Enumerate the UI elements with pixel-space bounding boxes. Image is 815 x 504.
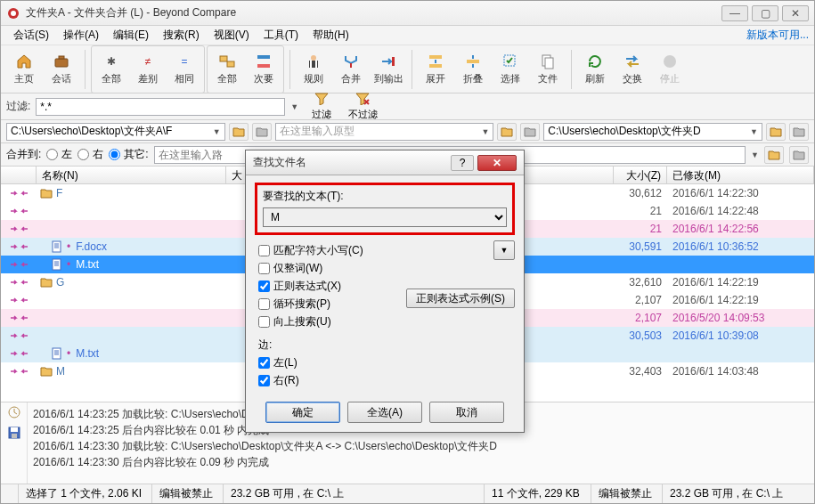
regex-examples-button[interactable]: 正则表达式示例(S) (406, 289, 515, 308)
mergeto-right-radio[interactable]: 右 (77, 147, 103, 162)
ok-button[interactable]: 确定 (265, 402, 340, 423)
right-history-button[interactable] (789, 123, 809, 141)
col-size-right[interactable]: 大小(Z) (614, 167, 667, 183)
new-version-link[interactable]: 新版本可用... (746, 28, 809, 43)
filter-input[interactable] (36, 98, 285, 116)
swap-icon (623, 53, 641, 70)
swap-button[interactable]: 交换 (615, 48, 650, 91)
svg-rect-26 (12, 434, 17, 438)
files-button[interactable]: 文件 (530, 48, 566, 91)
menu-edit[interactable]: 编辑(E) (106, 26, 156, 45)
minor-button[interactable]: 次要 (246, 48, 281, 91)
svg-point-8 (311, 55, 316, 61)
svg-rect-12 (392, 57, 395, 66)
close-button[interactable]: ✕ (782, 5, 809, 21)
center-history-button[interactable] (520, 123, 540, 141)
side-right-checkbox[interactable]: 右(R) (258, 373, 515, 388)
left-history-button[interactable] (252, 123, 272, 141)
matchcase-checkbox[interactable]: 匹配字符大小写(C) (258, 243, 406, 258)
expand-button[interactable]: 展开 (418, 48, 453, 91)
right-browse-button[interactable] (766, 123, 786, 141)
stop-button[interactable]: 停止 (652, 48, 688, 91)
minimize-button[interactable]: — (721, 5, 748, 21)
mergeto-other-radio[interactable]: 其它: (109, 147, 148, 162)
status-bar: 选择了 1 个文件, 2.06 KI 编辑被禁止 23.2 GB 可用 , 在 … (1, 484, 814, 503)
collapse-button[interactable]: 折叠 (455, 48, 491, 91)
svg-point-19 (664, 55, 676, 68)
rules-button[interactable]: 规则 (296, 48, 331, 91)
filter-button[interactable]: 过滤 (304, 93, 339, 121)
maximize-button[interactable]: ▢ (752, 5, 778, 21)
col-name[interactable]: 名称(N) (37, 167, 226, 183)
right-path-input[interactable]: C:\Users\echo\Desktop\文件夹D▼ (543, 123, 762, 141)
status-disk-r: 23.2 GB 可用 , 在 C:\ 上 (663, 484, 814, 503)
refresh-button[interactable]: 刷新 (577, 48, 613, 91)
dialog-help-button[interactable]: ? (451, 155, 474, 171)
status-edit-l: 编辑被禁止 (152, 484, 224, 503)
dropdown-icon[interactable]: ▼ (481, 127, 489, 136)
funnel-x-icon (355, 93, 370, 108)
display-mode-group: ✱全部 ≠差别 =相同 (91, 45, 205, 93)
briefcase-icon (53, 53, 70, 70)
session-button[interactable]: 会话 (44, 48, 79, 91)
window-title: 文件夹A - 文件夹合并 (L) - Beyond Compare (26, 5, 721, 20)
mergeto-browse-button[interactable] (764, 146, 784, 164)
filter-dropdown-arrow[interactable]: ▼ (290, 102, 298, 111)
history-dropdown-button[interactable]: ▼ (493, 240, 515, 260)
selectall-button[interactable]: 全选(A) (347, 402, 422, 423)
all-button[interactable]: ✱全部 (94, 48, 129, 91)
nofilter-button[interactable]: 不过滤 (345, 93, 380, 121)
menu-help[interactable]: 帮助(H) (306, 26, 356, 45)
filter-label: 过滤: (6, 99, 30, 114)
status-edit-r: 编辑被禁止 (591, 484, 663, 503)
mergeto-left-radio[interactable]: 左 (46, 147, 72, 162)
svg-rect-20 (53, 241, 61, 252)
side-left-checkbox[interactable]: 左(L) (258, 355, 515, 370)
dialog-titlebar[interactable]: 查找文件名 ? ✕ (246, 150, 524, 175)
center-browse-button[interactable] (497, 123, 517, 141)
svg-rect-21 (53, 259, 61, 270)
menu-action[interactable]: 操作(A) (56, 26, 106, 45)
merge-button[interactable]: 合并 (333, 48, 369, 91)
status-files: 11 个文件, 229 KB (485, 484, 591, 503)
same-button[interactable]: =相同 (167, 48, 202, 91)
folders-icon (218, 53, 236, 70)
menu-tools[interactable]: 工具(T) (257, 26, 306, 45)
dropdown-icon[interactable]: ▼ (751, 150, 759, 159)
dropdown-icon[interactable]: ▼ (213, 127, 221, 136)
col-size-left[interactable]: 大 (226, 167, 246, 183)
select-button[interactable]: 选择 (493, 48, 528, 91)
left-browse-button[interactable] (229, 123, 249, 141)
dropdown-icon[interactable]: ▼ (750, 127, 758, 136)
svg-rect-10 (310, 61, 312, 68)
svg-rect-5 (227, 61, 234, 67)
loop-checkbox[interactable]: 循环搜索(P) (258, 297, 406, 312)
home-icon (15, 53, 33, 70)
cancel-button[interactable]: 取消 (429, 402, 504, 423)
status-disk-l: 23.2 GB 可用 , 在 C:\ 上 (224, 484, 485, 503)
home-button[interactable]: 主页 (6, 48, 42, 91)
svg-rect-4 (220, 56, 227, 61)
save-icon[interactable] (8, 427, 20, 442)
mergeto-label: 合并到: (6, 147, 41, 162)
select-icon (501, 53, 519, 70)
regex-checkbox[interactable]: 正则表达式(X) (258, 279, 406, 294)
diff-button[interactable]: ≠差别 (130, 48, 166, 91)
mergeto-history-button[interactable] (789, 146, 809, 164)
search-input[interactable]: M (263, 207, 507, 227)
dialog-close-button[interactable]: ✕ (477, 155, 517, 171)
menu-session[interactable]: 会话(S) (6, 26, 56, 45)
menu-view[interactable]: 视图(V) (207, 26, 257, 45)
referee-icon (305, 53, 322, 70)
center-path-input[interactable]: 在这里输入原型▼ (275, 123, 494, 141)
col-modified[interactable]: 已修改(M) (667, 167, 814, 183)
minor-icon (255, 53, 273, 70)
wholeword-checkbox[interactable]: 仅整词(W) (258, 261, 406, 276)
svg-rect-11 (315, 61, 317, 68)
left-path-input[interactable]: C:\Users\echo\Desktop\文件夹A\F▼ (6, 123, 225, 141)
find-dialog: 查找文件名 ? ✕ 要查找的文本(T): M 匹配字符大小写(C) 仅整词(W)… (245, 150, 525, 433)
all2-button[interactable]: 全部 (209, 48, 245, 91)
menu-search[interactable]: 搜索(R) (156, 26, 207, 45)
up-checkbox[interactable]: 向上搜索(U) (258, 314, 406, 329)
tooutput-button[interactable]: 到输出 (371, 48, 406, 91)
